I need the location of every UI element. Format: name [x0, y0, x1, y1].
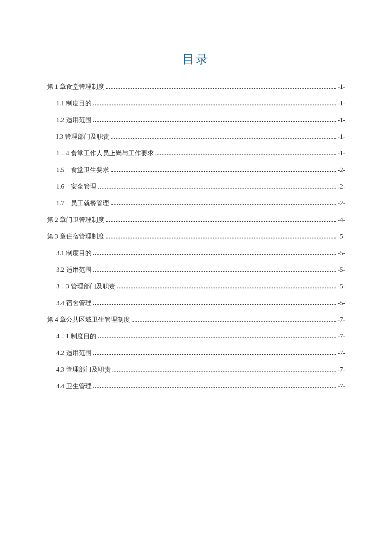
- toc-leader-dots: [93, 250, 336, 256]
- toc-entry: 第 1 章食堂管理制度-1-: [47, 78, 345, 95]
- toc-entry: 1.2 适用范围-1-: [47, 112, 345, 128]
- toc-leader-dots: [111, 134, 336, 139]
- toc-leader-dots: [93, 267, 336, 272]
- toc-leader-dots: [117, 283, 336, 289]
- toc-entry: 3.4 宿舍管理-5-: [47, 295, 345, 311]
- toc-entry: 4．1 制度目的-7-: [47, 328, 345, 345]
- toc-entry: 1.7 员工就餐管理-2-: [47, 195, 345, 212]
- toc-entry-label: 1.6 安全管理: [56, 178, 96, 195]
- toc-entry-label: 第 1 章食堂管理制度: [47, 78, 104, 95]
- toc-entry: 3.1 制度目的-5-: [47, 245, 345, 262]
- toc-entry-page: -5-: [338, 278, 346, 295]
- toc-entry-label: I.3 管理部门及职责: [56, 128, 110, 145]
- toc-leader-dots: [111, 167, 336, 172]
- toc-entry-page: -7-: [338, 378, 346, 395]
- toc-entry-page: -5-: [338, 245, 346, 262]
- toc-leader-dots: [106, 84, 336, 89]
- toc-entry-page: -7-: [338, 328, 346, 345]
- toc-leader-dots: [98, 333, 336, 339]
- toc-entry-page: -2-: [338, 195, 346, 212]
- toc-entry-page: -5-: [338, 295, 346, 311]
- toc-entry-page: -1-: [338, 128, 346, 145]
- toc-leader-dots: [93, 350, 336, 355]
- toc-leader-dots: [106, 217, 336, 222]
- toc-entry-label: 4．1 制度目的: [56, 328, 96, 345]
- toc-entry: 第 2 章门卫管理制度-4-: [47, 212, 345, 228]
- toc-entry-label: 第 2 章门卫管理制度: [47, 212, 104, 228]
- toc-entry-page: -7-: [338, 361, 346, 378]
- toc-entry-label: 1.1 制度目的: [56, 95, 92, 112]
- toc-entry-page: -2-: [338, 178, 346, 195]
- toc-entry: 3.2 适用范围-5-: [47, 262, 345, 278]
- toc-entry-label: 3.2 适用范围: [56, 262, 92, 278]
- toc-entry-label: 3．3 管理部门及职责: [56, 278, 115, 295]
- toc-entry-label: 1.2 适用范围: [56, 112, 92, 128]
- toc-leader-dots: [112, 366, 336, 372]
- toc-entry: 1.5 食堂卫生要求-2-: [47, 162, 345, 178]
- toc-entry-page: -7-: [338, 345, 346, 361]
- toc-title: 目录: [47, 51, 345, 67]
- toc-entry-label: 3.1 制度目的: [56, 245, 92, 262]
- toc-entry: 1．4 食堂工作人员上岗与工作要求-1-: [47, 145, 345, 162]
- toc-leader-dots: [132, 317, 336, 322]
- toc-entry: 4.3 管理部门及职责-7-: [47, 361, 345, 378]
- toc-entry-page: -1-: [338, 78, 346, 95]
- toc-entry-page: -5-: [338, 228, 346, 245]
- toc-entry: 4.4 卫生管理-7-: [47, 378, 345, 395]
- toc-leader-dots: [98, 183, 336, 189]
- toc-leader-dots: [111, 200, 336, 206]
- toc-entry-label: 4.4 卫生管理: [56, 378, 92, 395]
- toc-leader-dots: [106, 233, 336, 239]
- toc-entry-label: 4.3 管理部门及职责: [56, 361, 111, 378]
- toc-entry: 3．3 管理部门及职责-5-: [47, 278, 345, 295]
- toc-entry-label: 4.2 适用范围: [56, 345, 92, 361]
- toc-entry-page: -1-: [338, 112, 346, 128]
- toc-entry-label: 第 4 章公共区域卫生管理制度: [47, 311, 130, 328]
- toc-entry-page: -7-: [338, 311, 346, 328]
- toc-entry: 4.2 适用范围-7-: [47, 345, 345, 361]
- toc-leader-dots: [93, 100, 336, 106]
- toc-entry: I.3 管理部门及职责-1-: [47, 128, 345, 145]
- toc-leader-dots: [93, 383, 336, 389]
- toc-entry: 1.1 制度目的-1-: [47, 95, 345, 112]
- toc-entry-page: -2-: [338, 162, 346, 178]
- toc-entry-label: 1.7 员工就餐管理: [56, 195, 109, 212]
- toc-list: 第 1 章食堂管理制度-1-1.1 制度目的-1-1.2 适用范围-1-I.3 …: [47, 78, 345, 395]
- document-page: 目录 第 1 章食堂管理制度-1-1.1 制度目的-1-1.2 适用范围-1-I…: [0, 0, 392, 420]
- toc-leader-dots: [93, 300, 336, 305]
- toc-entry: 第 4 章公共区域卫生管理制度-7-: [47, 311, 345, 328]
- toc-entry-label: 3.4 宿舍管理: [56, 295, 92, 311]
- toc-leader-dots: [93, 117, 336, 122]
- toc-entry-page: -5-: [338, 262, 346, 278]
- toc-entry-label: 1.5 食堂卫生要求: [56, 162, 109, 178]
- toc-leader-dots: [156, 150, 336, 156]
- toc-entry-label: 1．4 食堂工作人员上岗与工作要求: [56, 145, 154, 162]
- toc-entry-page: -1-: [338, 145, 346, 162]
- toc-entry-page: -4-: [338, 212, 346, 228]
- toc-entry-page: -1-: [338, 95, 346, 112]
- toc-entry: 1.6 安全管理-2-: [47, 178, 345, 195]
- toc-entry-label: 第 3 章住宿管理制度: [47, 228, 104, 245]
- toc-entry: 第 3 章住宿管理制度-5-: [47, 228, 345, 245]
